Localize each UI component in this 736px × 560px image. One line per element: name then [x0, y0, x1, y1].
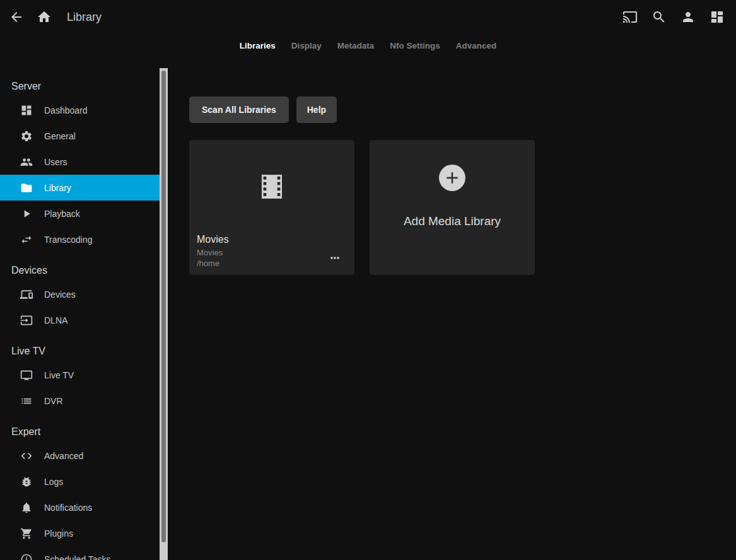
library-content-type: Movies [197, 247, 223, 258]
sidebar-item-label: Advanced [44, 451, 83, 461]
dashboard-icon [19, 104, 34, 117]
sidebar-section-title: Devices [0, 260, 160, 281]
list-icon [19, 395, 34, 407]
scan-all-libraries-button[interactable]: Scan All Libraries [189, 96, 289, 123]
user-icon [681, 9, 696, 25]
ellipsis-icon [329, 252, 341, 264]
cast-button[interactable] [616, 3, 644, 31]
top-bar: Library [0, 0, 736, 34]
cast-icon [622, 9, 638, 25]
dashboard-button[interactable] [703, 3, 731, 31]
sidebar-item-plugins[interactable]: Plugins [0, 520, 160, 546]
sidebar-item-general[interactable]: General [0, 123, 160, 149]
libraries-page: Scan All Libraries Help [168, 68, 736, 560]
sidebar-section-live-tv: Live TV Live TV DVR [0, 341, 160, 414]
sidebar-item-live-tv[interactable]: Live TV [0, 362, 160, 388]
plus-icon [439, 165, 465, 191]
sidebar-section-title: Live TV [0, 341, 160, 362]
home-button[interactable] [30, 3, 58, 31]
settings-tabs: Libraries Display Metadata Nfo Settings … [0, 34, 736, 57]
library-card-image[interactable] [189, 140, 354, 233]
library-cards: Movies Movies /home A [189, 140, 736, 275]
tab-display[interactable]: Display [290, 37, 323, 54]
sidebar-item-dlna[interactable]: DLNA [0, 307, 160, 333]
sidebar-section-title: Expert [0, 421, 160, 443]
add-media-library-card[interactable]: Add Media Library [370, 140, 535, 275]
search-button[interactable] [645, 3, 673, 31]
sidebar-item-label: Logs [44, 477, 63, 487]
library-card-footer: Movies Movies /home [189, 233, 354, 269]
sidebar-item-label: Plugins [44, 528, 73, 539]
sidebar-item-label: DLNA [44, 315, 67, 325]
tab-advanced[interactable]: Advanced [455, 37, 498, 54]
sidebar-section-title: Server [0, 76, 160, 97]
sidebar-item-label: Devices [44, 289, 76, 300]
library-name: Movies [197, 234, 346, 245]
sidebar-item-dashboard[interactable]: Dashboard [0, 97, 160, 123]
devices-icon [19, 288, 34, 301]
tab-libraries[interactable]: Libraries [238, 37, 277, 54]
gear-icon [19, 130, 34, 143]
sidebar-scrollbar[interactable] [160, 68, 168, 560]
library-path: /home [197, 258, 223, 269]
clock-icon [19, 553, 34, 560]
cart-icon [19, 527, 34, 540]
sidebar-item-label: Transcoding [44, 235, 93, 245]
sidebar-item-label: DVR [44, 396, 63, 406]
bug-icon [19, 475, 34, 488]
sidebar-item-label: General [44, 131, 76, 141]
sidebar-section-devices: Devices Devices DLNA [0, 260, 160, 333]
sidebar-item-label: Library [44, 183, 71, 193]
code-icon [19, 450, 34, 462]
back-button[interactable] [3, 3, 30, 31]
library-card-movies: Movies Movies /home [189, 140, 354, 275]
sidebar-item-devices[interactable]: Devices [0, 281, 160, 307]
sidebar-item-playback[interactable]: Playback [0, 201, 160, 226]
sidebar-item-label: Users [44, 157, 67, 167]
sidebar-item-label: Playback [44, 209, 80, 219]
users-icon [19, 156, 34, 168]
user-button[interactable] [674, 3, 702, 31]
sidebar-item-scheduled-tasks[interactable]: Scheduled Tasks [0, 546, 160, 560]
sidebar-item-users[interactable]: Users [0, 149, 160, 175]
sidebar-section-expert: Expert Advanced Logs Notifications Plugi… [0, 421, 160, 560]
tab-nfo-settings[interactable]: Nfo Settings [388, 37, 441, 54]
sidebar-item-label: Dashboard [44, 105, 88, 115]
sidebar-item-notifications[interactable]: Notifications [0, 494, 160, 520]
library-menu-button[interactable] [324, 247, 346, 269]
sidebar-section-server: Server Dashboard General Users Library [0, 76, 160, 252]
bell-icon [19, 501, 34, 514]
add-media-library-label: Add Media Library [404, 214, 501, 228]
input-icon [19, 314, 34, 327]
play-icon [19, 207, 34, 220]
dashboard-icon [710, 9, 725, 25]
back-arrow-icon [9, 9, 24, 25]
sidebar: Server Dashboard General Users Library [0, 68, 160, 560]
film-strip-icon [262, 174, 282, 199]
swap-arrows-icon [19, 233, 34, 246]
sidebar-scrollbar-thumb[interactable] [161, 71, 166, 542]
help-button[interactable]: Help [296, 96, 337, 123]
page-title: Library [67, 11, 102, 24]
sidebar-item-transcoding[interactable]: Transcoding [0, 226, 160, 252]
library-actions: Scan All Libraries Help [189, 96, 736, 123]
sidebar-item-advanced[interactable]: Advanced [0, 443, 160, 469]
sidebar-item-dvr[interactable]: DVR [0, 388, 160, 414]
search-icon [651, 9, 667, 25]
sidebar-item-logs[interactable]: Logs [0, 469, 160, 494]
folder-icon [19, 182, 34, 194]
sidebar-item-label: Scheduled Tasks [44, 554, 111, 560]
sidebar-item-label: Live TV [44, 370, 74, 380]
tab-metadata[interactable]: Metadata [336, 37, 376, 54]
top-bar-actions [616, 3, 731, 31]
home-icon [37, 9, 52, 25]
sidebar-item-library[interactable]: Library [0, 175, 160, 201]
sidebar-item-label: Notifications [44, 503, 92, 513]
tv-icon [19, 369, 34, 382]
